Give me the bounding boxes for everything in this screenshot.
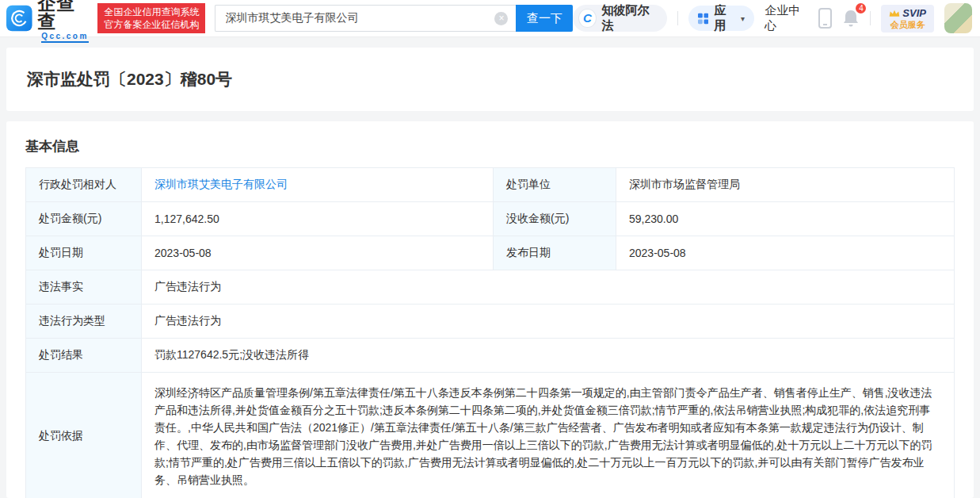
search-button[interactable]: 查一下 bbox=[516, 5, 573, 32]
field-value: 59,230.00 bbox=[616, 202, 955, 236]
qcc-logo-text: 企查查 Qcc.com bbox=[38, 0, 93, 43]
field-label: 违法行为类型 bbox=[26, 305, 142, 339]
svip-sub-label: 会员服务 bbox=[889, 21, 926, 29]
phone-icon bbox=[818, 8, 832, 29]
table-row: 处罚金额(元) 1,127,642.50 没收金额(元) 59,230.00 bbox=[26, 202, 955, 236]
apps-label: 应用 bbox=[714, 3, 735, 33]
document-title-card: 深市监处罚〔2023〕稽80号 bbox=[6, 48, 974, 111]
search-input[interactable] bbox=[215, 5, 516, 32]
certification-badge-line1: 全国企业信用查询系统 bbox=[104, 6, 199, 18]
table-row: 违法事实 广告违法行为 bbox=[26, 270, 955, 305]
page-title: 深市监处罚〔2023〕稽80号 bbox=[27, 68, 232, 90]
field-label: 处罚金额(元) bbox=[26, 202, 142, 236]
certification-badge: 全国企业信用查询系统 官方备案企业征信机构 bbox=[97, 3, 205, 33]
field-label: 没收金额(元) bbox=[494, 202, 616, 236]
notification-count-badge: 4 bbox=[854, 2, 868, 15]
field-value: 1,127,642.50 bbox=[142, 202, 494, 236]
field-value: 深圳经济特区产品质量管理条例/第五章法律责任/第五十八条违反本条例第二十四条第一… bbox=[142, 373, 955, 498]
logo-domain-text: Qcc.com bbox=[41, 33, 89, 43]
table-row: 违法行为类型 广告违法行为 bbox=[26, 305, 955, 339]
company-link[interactable]: 深圳市琪艾美电子有限公司 bbox=[154, 178, 288, 190]
field-label: 处罚单位 bbox=[494, 168, 616, 202]
field-label: 行政处罚相对人 bbox=[26, 168, 142, 202]
qcc-logo-icon bbox=[6, 5, 32, 32]
zhibi-alpha-icon: C bbox=[578, 9, 596, 28]
nav-item-apps[interactable]: 应用 ▾ bbox=[688, 6, 754, 31]
header-nav: C 知彼阿尔法 应用 ▾ 企业中心 bbox=[573, 3, 972, 33]
certification-badge-line2: 官方备案企业征信机构 bbox=[104, 18, 199, 31]
field-value: 广告违法行为 bbox=[142, 270, 955, 305]
nav-item-zhibi-alpha[interactable]: C 知彼阿尔法 bbox=[573, 5, 667, 32]
logo-brand-text: 企查查 bbox=[38, 0, 93, 31]
mobile-app-button[interactable] bbox=[818, 8, 832, 29]
section-heading: 基本信息 bbox=[25, 137, 955, 155]
top-bar: 企查查 Qcc.com 全国企业信用查询系统 官方备案企业征信机构 × 查一下 … bbox=[0, 0, 980, 37]
field-value: 广告违法行为 bbox=[142, 305, 955, 339]
field-label: 处罚日期 bbox=[26, 236, 142, 270]
apps-grid-icon bbox=[698, 13, 708, 25]
field-label: 发布日期 bbox=[494, 236, 616, 270]
svip-membership-button[interactable]: SVIP 会员服务 bbox=[881, 5, 934, 33]
zhibi-alpha-label: 知彼阿尔法 bbox=[602, 3, 657, 33]
chevron-down-icon: ▾ bbox=[741, 14, 745, 23]
table-row: 处罚依据 深圳经济特区产品质量管理条例/第五章法律责任/第五十八条违反本条例第二… bbox=[26, 373, 955, 498]
user-avatar[interactable] bbox=[944, 3, 972, 33]
nav-divider bbox=[677, 11, 678, 25]
table-row: 处罚日期 2023-05-08 发布日期 2023-05-08 bbox=[26, 236, 955, 270]
search-bar: × 查一下 bbox=[215, 5, 573, 32]
field-label: 处罚结果 bbox=[26, 339, 142, 373]
clear-search-icon[interactable]: × bbox=[494, 12, 508, 25]
field-value: 深圳市琪艾美电子有限公司 bbox=[142, 168, 494, 202]
field-value: 2023-05-08 bbox=[616, 236, 955, 270]
table-row: 处罚结果 罚款1127642.5元;没收违法所得 bbox=[26, 339, 955, 373]
penalty-info-table: 行政处罚相对人 深圳市琪艾美电子有限公司 处罚单位 深圳市市场监督管理局 处罚金… bbox=[25, 167, 955, 498]
basic-info-card: 基本信息 行政处罚相对人 深圳市琪艾美电子有限公司 处罚单位 深圳市市场监督管理… bbox=[6, 121, 974, 498]
field-label: 处罚依据 bbox=[26, 373, 142, 498]
table-row: 行政处罚相对人 深圳市琪艾美电子有限公司 处罚单位 深圳市市场监督管理局 bbox=[26, 168, 955, 202]
nav-item-enterprise-center[interactable]: 企业中心 bbox=[765, 3, 808, 33]
crown-icon bbox=[889, 9, 900, 17]
field-value: 2023-05-08 bbox=[142, 236, 494, 270]
field-label: 违法事实 bbox=[26, 270, 142, 305]
svip-label: SVIP bbox=[902, 8, 926, 18]
nav-divider bbox=[870, 11, 871, 25]
field-value: 罚款1127642.5元;没收违法所得 bbox=[142, 339, 955, 373]
field-value: 深圳市市场监督管理局 bbox=[616, 168, 955, 202]
notifications-button[interactable]: 4 bbox=[842, 9, 860, 28]
qcc-logo[interactable]: 企查查 Qcc.com bbox=[6, 0, 92, 43]
